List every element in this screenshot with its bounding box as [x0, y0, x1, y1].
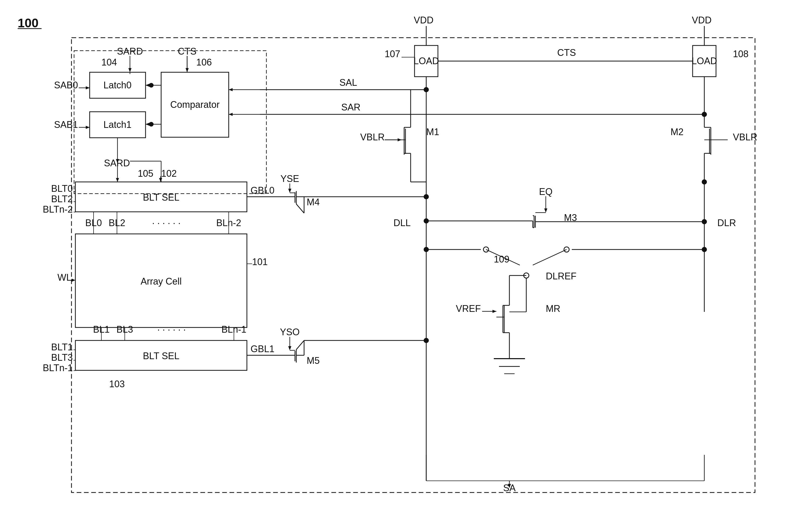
dll-label: DLL [393, 218, 411, 228]
svg-line-66 [296, 204, 304, 213]
dots-top-label: · · · · · · [152, 218, 181, 228]
bltn1-label: BLTn-1 [43, 362, 73, 373]
svg-point-122 [423, 247, 429, 252]
svg-line-76 [296, 340, 304, 350]
sard-top-label: SARD [117, 46, 143, 57]
svg-marker-24 [86, 126, 90, 129]
svg-point-108 [423, 218, 429, 223]
load108-label: LOAD [692, 56, 717, 66]
svg-point-97 [702, 179, 707, 184]
latch0-label: Latch0 [103, 80, 132, 91]
vblr-right-label: VBLR [733, 132, 757, 142]
vdd-left-label: VDD [414, 15, 434, 25]
sab1-label: SAB1 [54, 119, 78, 130]
svg-marker-16 [129, 68, 132, 72]
vref-label: VREF [456, 303, 481, 314]
ref103: 103 [109, 379, 125, 389]
cts-top-label: CTS [178, 46, 196, 57]
latch1-label: Latch1 [103, 119, 132, 130]
vblr-left-label: VBLR [360, 132, 385, 142]
ref101: 101 [252, 257, 268, 267]
cts-horizontal-label: CTS [557, 47, 576, 58]
array-cell-label: Array Cell [141, 276, 182, 287]
svg-marker-31 [145, 123, 150, 126]
yso-label: YSO [280, 327, 300, 337]
circuit-diagram: 100 VDD VDD LOAD 107 LOAD 108 CTS SAL SA… [0, 0, 788, 532]
svg-marker-99 [544, 209, 547, 213]
svg-point-113 [423, 338, 429, 343]
wl-label: WL [57, 272, 72, 283]
blt3-label: BLT3 [51, 352, 73, 363]
svg-marker-28 [145, 84, 150, 87]
svg-point-30 [149, 122, 154, 126]
ref104: 104 [101, 57, 117, 67]
blt-sel-top-label: BLT SEL [143, 192, 180, 203]
dlref-label: DLREF [546, 271, 576, 281]
ref107: 107 [385, 48, 400, 59]
svg-marker-150 [159, 178, 162, 182]
svg-marker-148 [116, 178, 119, 182]
svg-marker-36 [229, 113, 233, 116]
ref108: 108 [733, 48, 748, 59]
dlr-label: DLR [717, 218, 736, 228]
svg-marker-21 [86, 86, 90, 90]
sab0-label: SAB0 [54, 80, 78, 91]
svg-point-111 [423, 194, 429, 199]
svg-point-27 [149, 83, 154, 87]
vdd-right-label: VDD [692, 15, 712, 25]
ref106: 106 [196, 57, 212, 67]
bltn2-label: BLTn-2 [43, 204, 73, 215]
blt1-label: BLT1 [51, 342, 73, 352]
diagram-title: 100 [18, 16, 38, 30]
eq-label: EQ [539, 186, 553, 197]
m5-label: M5 [307, 355, 320, 366]
sar-label: SAR [341, 102, 360, 113]
gbl0-label: GBL0 [251, 185, 274, 196]
blt-sel-bot-label: BLT SEL [143, 351, 180, 361]
load107-label: LOAD [413, 56, 439, 66]
svg-marker-34 [229, 88, 233, 91]
gbl1-label: GBL1 [251, 343, 274, 354]
blt0-label: BLT0 [51, 183, 73, 194]
sal-label: SAL [339, 77, 357, 88]
ref105: 105 [138, 168, 153, 179]
svg-point-123 [702, 247, 707, 252]
yse-label: YSE [280, 173, 299, 184]
svg-marker-49 [72, 279, 75, 282]
svg-point-109 [702, 219, 707, 224]
svg-marker-59 [288, 189, 291, 193]
blt2-label: BLT2 [51, 194, 73, 204]
svg-line-120 [533, 250, 567, 265]
m2-label: M2 [671, 126, 684, 137]
svg-marker-69 [288, 346, 291, 350]
comparator-label: Comparator [170, 99, 220, 110]
svg-marker-126 [492, 310, 496, 313]
dots-bot-label: · · · · · · [157, 324, 186, 335]
m4-label: M4 [307, 197, 320, 208]
ref102: 102 [161, 168, 177, 179]
mr-label: MR [546, 303, 560, 314]
m1-label: M1 [426, 126, 439, 137]
